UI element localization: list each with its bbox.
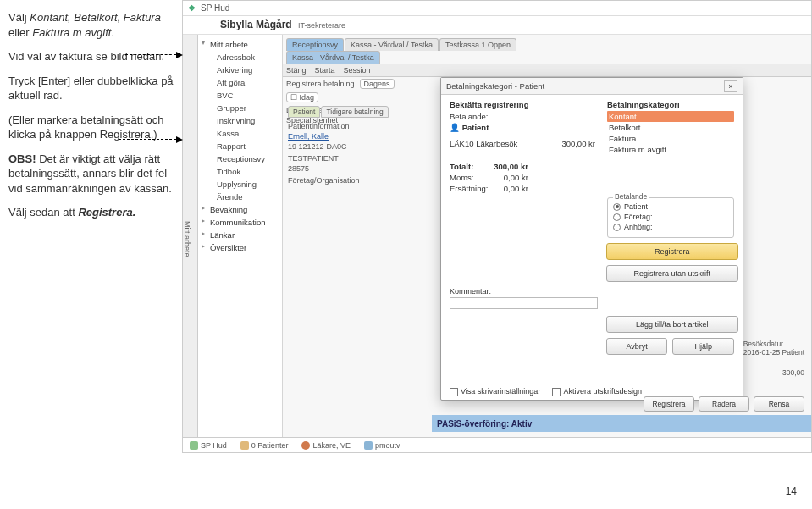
status-text: 0 Patienter — [251, 441, 289, 450]
dagens-button[interactable]: Dagens — [360, 79, 395, 89]
tab[interactable]: Testkassa 1 Öppen — [439, 38, 516, 51]
reg-label: Registrera betalning — [286, 80, 355, 88]
sidebar-item[interactable]: Grupper — [198, 102, 282, 114]
status-icon — [301, 441, 310, 450]
sidebar: Mitt arbeteAdressbokArkiveringAtt göraBV… — [198, 35, 283, 437]
cb-print-design[interactable]: Aktivera utskriftsdesign — [552, 387, 642, 396]
tab[interactable]: Kassa - Vårdval / Testka — [345, 38, 439, 51]
dialog-buttons-2: Lägg till/ta bort artikel Avbryt Hjälp — [606, 316, 734, 355]
radio-option[interactable]: Patient — [613, 202, 728, 212]
dialog-heading: Bekräfta registrering — [450, 100, 595, 109]
toolbar-item[interactable]: Stäng — [286, 66, 307, 75]
sidebar-item[interactable]: Receptionsvy — [198, 152, 282, 165]
footer-button[interactable]: Radera — [699, 396, 749, 412]
close-icon[interactable]: × — [724, 80, 737, 92]
status-text: SP Hud — [201, 441, 227, 450]
panel-row: Patientinformation — [288, 121, 427, 131]
toolbar: StängStartaSession — [283, 64, 811, 77]
dialog-title: Betalningskategori - Patient — [446, 81, 544, 91]
patient-role: IT-sekreterare — [298, 21, 345, 30]
item-label: LÄK10 Läkarbesök — [450, 139, 517, 148]
tabs-row: ReceptionsvyKassa - Vårdval / TestkaTest… — [283, 35, 811, 51]
radio-option[interactable]: Företag: — [613, 212, 728, 222]
category-item[interactable]: Betalkort — [607, 122, 734, 133]
footer-button[interactable]: Registrera — [644, 396, 694, 412]
footer-button[interactable]: Rensa — [754, 396, 804, 412]
category-item[interactable]: Faktura — [607, 133, 734, 144]
workspace-footer-buttons: RegistreraRaderaRensa — [644, 396, 804, 412]
betal-value: Patient — [462, 123, 489, 132]
cancel-button[interactable]: Avbryt — [606, 338, 668, 355]
cb-print-settings[interactable]: Visa skrivarinställningar — [450, 387, 540, 396]
betal-label: Betalande: — [450, 112, 488, 121]
patient-name: Sibylla Mågård — [220, 19, 292, 30]
panel-row: 28575 — [288, 163, 427, 174]
arrow-icon — [119, 139, 176, 140]
total-line: Ersättning:0,00 kr — [450, 183, 528, 194]
panel-row: TESTPATIENT — [288, 153, 427, 163]
group-legend: Betalande — [613, 192, 649, 201]
status-icon — [364, 441, 373, 450]
item-value: 300,00 kr — [561, 139, 595, 148]
sidebar-item[interactable]: Bevakning — [198, 203, 282, 216]
category-item[interactable]: Kontant — [607, 111, 734, 122]
radio-option[interactable]: Anhörig: — [613, 222, 728, 232]
side-strip: Mitt arbete — [183, 35, 198, 437]
page-number: 14 — [786, 485, 797, 497]
instruction-text: Välj Kontant, Betalkort, Faktura eller F… — [0, 0, 182, 453]
subtabs-row: Kassa - Vårdval / Testka — [283, 51, 811, 64]
sidebar-item[interactable]: Mitt arbete — [198, 38, 282, 51]
sidebar-item[interactable]: Inskrivning — [198, 114, 282, 127]
comment-input[interactable] — [450, 297, 598, 309]
comment-label: Kommentar: — [450, 287, 491, 296]
toolbar-item[interactable]: Starta — [315, 66, 335, 75]
category-list: KontantBetalkortFakturaFaktura m avgift — [607, 111, 734, 155]
sidebar-item[interactable]: Ärende — [198, 191, 282, 203]
kat-heading: Betalningskategori — [607, 100, 734, 109]
payment-dialog: Betalningskategori - Patient × Bekräfta … — [440, 77, 743, 401]
sidebar-item[interactable]: Kassa — [198, 127, 282, 140]
help-button[interactable]: Hjälp — [672, 338, 734, 355]
toolbar-item[interactable]: Session — [344, 66, 371, 75]
idag-chip[interactable]: ☐ Idag — [286, 92, 318, 102]
register-noprint-button[interactable]: Registrera utan utskrift — [606, 265, 738, 282]
sidebar-item[interactable]: Upplysning — [198, 178, 282, 191]
status-text: Läkare, VE — [312, 441, 351, 450]
sidebar-item[interactable]: Länkar — [198, 229, 282, 241]
panel-row: 19 121212-DA0C — [288, 141, 427, 152]
arrow-icon — [125, 54, 176, 55]
status-icon — [240, 441, 249, 450]
dialog-titlebar: Betalningskategori - Patient × — [441, 78, 743, 95]
sidebar-item[interactable]: BVC — [198, 89, 282, 102]
sidebar-item[interactable]: Att göra — [198, 76, 282, 89]
sidebar-item[interactable]: Kommunikation — [198, 216, 282, 229]
add-remove-button[interactable]: Lägg till/ta bort artikel — [606, 316, 738, 333]
sidebar-item[interactable]: Arkivering — [198, 64, 282, 76]
category-item[interactable]: Faktura m avgift — [607, 144, 734, 155]
app-logo-icon: ❖ — [188, 3, 196, 13]
patient-panel-tabs: Patient Tidigare betalning — [288, 106, 427, 118]
panel-row: Ernell, Kalle — [288, 131, 427, 141]
dialog-buttons: Registrera Registrera utan utskrift — [606, 243, 734, 282]
sidebar-item[interactable]: Översikter — [198, 241, 282, 254]
screenshot-app: ❖ SP Hud Sibylla Mågård IT-sekreterare M… — [182, 0, 812, 453]
tab[interactable]: Receptionsvy — [286, 38, 344, 51]
status-icon — [190, 441, 198, 450]
app-title: SP Hud — [201, 3, 229, 13]
comment-field: Kommentar: — [450, 287, 598, 309]
sidebar-item[interactable]: Adressbok — [198, 51, 282, 64]
subtab[interactable]: Kassa - Vårdval / Testka — [286, 51, 380, 64]
status-text: pmoutv — [375, 441, 400, 450]
register-button[interactable]: Registrera — [606, 243, 738, 260]
total-line: Moms:0,00 kr — [450, 172, 528, 183]
tab-patient[interactable]: Patient — [288, 106, 320, 118]
sidebar-item[interactable]: Tidbok — [198, 165, 282, 178]
patient-header: Sibylla Mågård IT-sekreterare — [183, 16, 811, 35]
sidebar-item[interactable]: Rapport — [198, 140, 282, 152]
statusbar: SP Hud 0 Patienter Läkare, VE pmoutv — [183, 437, 811, 452]
panel-row: Företag/Organisation — [288, 175, 427, 185]
total-line: Totalt:300,00 kr — [450, 161, 528, 172]
app-titlebar: ❖ SP Hud — [183, 1, 811, 16]
tab-tidigare[interactable]: Tidigare betalning — [321, 106, 388, 118]
dialog-footer: Visa skrivarinställningar Aktivera utskr… — [450, 382, 734, 396]
